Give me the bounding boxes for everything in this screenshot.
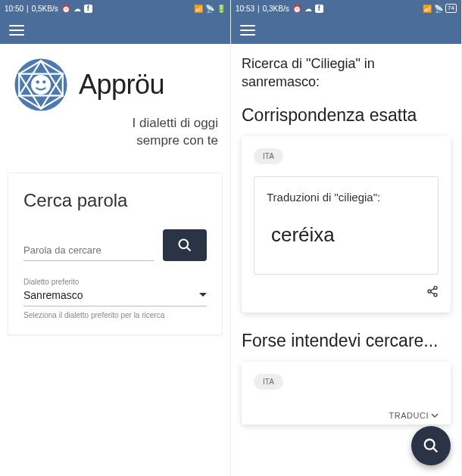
svg-point-7 (179, 239, 189, 248)
svg-line-15 (433, 448, 438, 453)
translate-label: TRADUCI (389, 411, 429, 420)
app-title: Appröu (79, 69, 164, 101)
wifi-icon: 📡 (205, 5, 214, 13)
exact-match-title: Corrispondenza esatta (242, 105, 451, 126)
dialect-label: Dialetto preferito (23, 278, 207, 286)
dialect-select[interactable]: Sanremasco (23, 289, 207, 306)
status-bar: 10:53 | 0,3KB/s ⏰ ☁ f 📶 📡 74 (231, 0, 461, 17)
search-input[interactable] (23, 240, 154, 261)
fab-search-button[interactable] (411, 426, 451, 465)
facebook-icon: f (315, 5, 323, 13)
translation-box: Traduzioni di "ciliegia": ceréixa (254, 176, 439, 275)
svg-line-13 (431, 292, 435, 294)
search-icon (423, 437, 439, 454)
status-separator: | (258, 5, 260, 13)
cloud-icon: ☁ (304, 5, 312, 13)
svg-point-6 (42, 80, 45, 83)
svg-line-12 (431, 288, 435, 291)
app-logo-icon (14, 58, 68, 112)
tagline-line1: I dialetti di oggi (133, 116, 218, 130)
suggest-title: Forse intendevi cercare... (242, 331, 451, 351)
search-button[interactable] (163, 229, 207, 261)
translate-button[interactable]: TRADUCI (389, 411, 439, 420)
share-button[interactable] (426, 285, 439, 300)
app-header: Appröu (0, 44, 230, 112)
menu-icon[interactable] (240, 25, 255, 36)
status-net: 0,5KB/s (32, 5, 58, 13)
svg-point-5 (36, 80, 39, 83)
lang-chip: ITA (254, 374, 283, 390)
svg-point-9 (434, 286, 437, 289)
suggest-card: ITA TRADUCI (242, 362, 451, 425)
app-bar (231, 17, 461, 44)
chevron-down-icon (199, 293, 207, 297)
search-card: Cerca parola Dialetto preferito Sanremas… (8, 173, 223, 335)
screen-results: 10:53 | 0,3KB/s ⏰ ☁ f 📶 📡 74 Ricerca di … (231, 0, 462, 476)
status-separator: | (27, 5, 29, 13)
translation-word: ceréixa (267, 220, 426, 260)
tagline: I dialetti di oggi sempre con te (0, 112, 230, 166)
cloud-icon: ☁ (73, 5, 81, 13)
result-card: ITA Traduzioni di "ciliegia": ceréixa (242, 136, 451, 313)
status-time: 10:50 (5, 5, 23, 13)
signal-icon: 📶 (423, 5, 432, 13)
svg-point-4 (31, 75, 51, 95)
facebook-icon: f (84, 5, 92, 13)
menu-icon[interactable] (9, 25, 24, 36)
signal-icon: 📶 (194, 5, 203, 13)
screen-home: 10:50 | 0,5KB/s ⏰ ☁ f 📶 📡 🔋 (0, 0, 231, 476)
search-info: Ricerca di "Ciliegia" in sanremasco: (242, 54, 451, 92)
battery-icon: 74 (445, 4, 457, 13)
svg-line-8 (187, 247, 191, 250)
status-time: 10:53 (236, 5, 254, 13)
chevron-down-icon (431, 412, 439, 419)
search-icon (177, 238, 192, 253)
share-icon (426, 285, 439, 297)
status-bar: 10:50 | 0,5KB/s ⏰ ☁ f 📶 📡 🔋 (0, 0, 230, 17)
search-title: Cerca parola (23, 190, 207, 211)
status-net: 0,3KB/s (263, 5, 289, 13)
svg-point-14 (425, 440, 435, 450)
svg-point-10 (428, 290, 431, 293)
wifi-icon: 📡 (434, 5, 443, 13)
alarm-icon: ⏰ (61, 5, 70, 13)
alarm-icon: ⏰ (292, 5, 301, 13)
tagline-line2: sempre con te (136, 133, 218, 148)
app-bar (0, 17, 230, 44)
translation-label: Traduzioni di "ciliegia": (267, 191, 426, 204)
dialect-value: Sanremasco (23, 289, 83, 301)
dialect-help: Seleziona il dialetto preferito per la r… (23, 311, 207, 319)
lang-chip: ITA (254, 148, 283, 164)
svg-point-11 (434, 293, 437, 296)
battery-icon: 🔋 (217, 5, 226, 13)
